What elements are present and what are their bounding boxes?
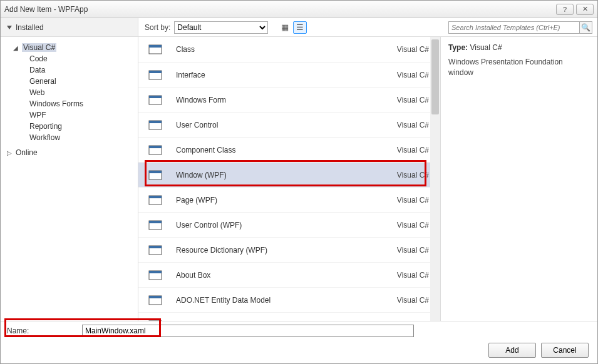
- category-tree: ◢ Visual C# CodeDataGeneralWebWindows Fo…: [1, 37, 138, 322]
- type-value: Visual C#: [470, 43, 502, 52]
- type-label: Type:: [448, 43, 468, 52]
- template-item[interactable]: Window (WPF)Visual C#: [138, 162, 440, 187]
- tree-node-web[interactable]: Web: [1, 87, 138, 98]
- scrollbar[interactable]: [430, 37, 440, 322]
- template-item[interactable]: ADO.NET Entity Data ModelVisual C#: [138, 287, 440, 312]
- template-item[interactable]: About BoxVisual C#: [138, 262, 440, 287]
- tree-node-label: Code: [29, 54, 48, 63]
- template-item[interactable]: User Control (WPF)Visual C#: [138, 212, 440, 237]
- view-small-icons[interactable]: ▦: [278, 21, 292, 34]
- template-list[interactable]: ClassVisual C#InterfaceVisual C#Windows …: [138, 37, 440, 322]
- template-name: User Control: [176, 121, 397, 129]
- search-button[interactable]: 🔍: [580, 21, 592, 34]
- tree-header[interactable]: Installed: [1, 18, 138, 36]
- collapse-icon: [7, 26, 12, 29]
- svg-rect-1: [149, 45, 162, 48]
- tree-node-label: Visual C#: [22, 43, 56, 52]
- name-input[interactable]: [82, 325, 414, 337]
- tree-node-label: Windows Forms: [29, 99, 83, 108]
- window-title: Add New Item - WPFApp: [4, 5, 88, 14]
- template-icon: [147, 41, 165, 58]
- template-name: Component Class: [176, 146, 397, 154]
- template-icon: [147, 217, 165, 233]
- search-input[interactable]: [448, 21, 580, 34]
- template-icon: [147, 242, 165, 258]
- template-name: Windows Form: [176, 96, 397, 104]
- tree-node-label: General: [29, 77, 56, 86]
- template-name: Resource Dictionary (WPF): [176, 246, 397, 255]
- svg-rect-17: [149, 246, 162, 248]
- expand-icon: ▷: [7, 149, 13, 156]
- template-icon: [147, 167, 165, 183]
- template-name: ADO.NET Entity Data Model: [176, 296, 397, 305]
- grid-icon: ▦: [281, 23, 289, 32]
- button-row: Add Cancel: [1, 340, 597, 360]
- template-lang: Visual C#: [397, 96, 429, 104]
- template-item[interactable]: Windows FormVisual C#: [138, 87, 440, 112]
- template-item[interactable]: User ControlVisual C#: [138, 112, 440, 137]
- template-name: Class: [176, 45, 397, 54]
- tree-header-label: Installed: [16, 23, 44, 32]
- svg-rect-5: [149, 96, 162, 98]
- tree-node-wpf[interactable]: WPF: [1, 109, 138, 121]
- svg-rect-19: [149, 271, 162, 273]
- template-lang: Visual C#: [397, 146, 429, 154]
- template-icon: [147, 292, 165, 308]
- svg-rect-3: [149, 71, 162, 73]
- template-item[interactable]: Component ClassVisual C#: [138, 137, 440, 162]
- svg-rect-9: [149, 146, 162, 148]
- list-icon: ☰: [296, 23, 304, 32]
- template-name: About Box: [176, 271, 397, 280]
- tree-node-workflow[interactable]: Workflow: [1, 132, 138, 143]
- template-icon: [147, 92, 165, 108]
- tree-node-label: Online: [16, 148, 38, 157]
- add-button[interactable]: Add: [488, 343, 536, 358]
- template-lang: Visual C#: [397, 296, 429, 305]
- view-details[interactable]: ☰: [293, 21, 307, 34]
- tree-node-general[interactable]: General: [1, 76, 138, 87]
- search-area: 🔍: [448, 21, 592, 34]
- tree-node-reporting[interactable]: Reporting: [1, 121, 138, 132]
- titlebar: Add New Item - WPFApp ? ✕: [1, 1, 597, 18]
- template-lang: Visual C#: [397, 271, 429, 280]
- expand-icon: ◢: [13, 44, 19, 51]
- tree-node-visual-csharp[interactable]: ◢ Visual C#: [1, 42, 138, 53]
- tree-node-code[interactable]: Code: [1, 53, 138, 64]
- svg-rect-11: [149, 171, 162, 173]
- description: Windows Presentation Foundation window: [448, 57, 590, 78]
- tree-node-windows-forms[interactable]: Windows Forms: [1, 98, 138, 109]
- tree-node-label: Workflow: [29, 133, 60, 142]
- name-row: Name:: [1, 321, 597, 340]
- svg-rect-15: [149, 221, 162, 223]
- tree-node-label: Web: [29, 88, 44, 97]
- tree-node-label: WPF: [29, 111, 46, 119]
- tree-node-label: Data: [29, 66, 45, 74]
- template-item[interactable]: Page (WPF)Visual C#: [138, 187, 440, 212]
- template-icon: [147, 192, 165, 208]
- svg-rect-21: [149, 296, 162, 298]
- sort-select[interactable]: Default: [174, 21, 268, 34]
- svg-rect-13: [149, 196, 162, 198]
- svg-rect-7: [149, 121, 162, 123]
- template-item[interactable]: InterfaceVisual C#: [138, 62, 440, 87]
- tree-node-online[interactable]: ▷ Online: [1, 147, 138, 158]
- template-lang: Visual C#: [397, 171, 429, 179]
- template-name: Interface: [176, 71, 397, 79]
- help-button[interactable]: ?: [556, 4, 574, 15]
- sort-label: Sort by:: [145, 23, 170, 32]
- template-list-panel: ClassVisual C#InterfaceVisual C#Windows …: [138, 37, 441, 322]
- template-item[interactable]: Resource Dictionary (WPF)Visual C#: [138, 237, 440, 262]
- tree-node-label: Reporting: [29, 122, 62, 131]
- template-item[interactable]: ClassVisual C#: [138, 37, 440, 62]
- template-lang: Visual C#: [397, 71, 429, 79]
- scrollbar-thumb[interactable]: [431, 39, 439, 114]
- template-lang: Visual C#: [397, 246, 429, 255]
- close-button[interactable]: ✕: [576, 4, 594, 15]
- detail-panel: Type: Visual C# Windows Presentation Fou…: [441, 37, 597, 322]
- footer: Name: Add Cancel: [1, 321, 597, 363]
- cancel-button[interactable]: Cancel: [541, 343, 589, 358]
- type-row: Type: Visual C#: [448, 43, 590, 52]
- template-lang: Visual C#: [397, 221, 429, 230]
- name-label: Name:: [7, 326, 82, 335]
- tree-node-data[interactable]: Data: [1, 64, 138, 76]
